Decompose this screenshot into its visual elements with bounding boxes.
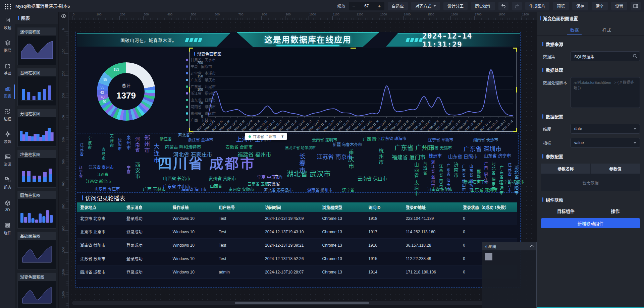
area-grad-thumb-icon bbox=[20, 284, 54, 307]
search-icon[interactable] bbox=[633, 54, 637, 58]
selection-corner[interactable] bbox=[513, 128, 517, 132]
undo-button[interactable] bbox=[498, 2, 508, 10]
svg-text:200: 200 bbox=[197, 61, 203, 65]
library-card-thumbnail[interactable] bbox=[17, 36, 56, 65]
accent-bar bbox=[194, 52, 195, 56]
toolbar-button-历史操作[interactable]: 历史操作 bbox=[471, 2, 495, 10]
table-header-cell: 访问ID bbox=[365, 202, 402, 212]
panel-toggle-icon[interactable] bbox=[631, 2, 641, 10]
ruler-corner bbox=[59, 12, 69, 20]
tooltip-value: 7 bbox=[281, 134, 283, 138]
library-card-title[interactable]: 基础面积图 bbox=[17, 232, 56, 240]
donut-total-value: 1379 bbox=[116, 90, 136, 101]
toolbar-button-生成图片[interactable]: 生成图片 bbox=[525, 2, 549, 10]
library-card-thumbnail[interactable] bbox=[17, 199, 56, 229]
redo-button[interactable] bbox=[512, 2, 522, 10]
minimap-header[interactable]: 小地图 bbox=[482, 242, 536, 250]
sidebar-item-收起[interactable]: 收起 bbox=[0, 12, 15, 35]
eye-icon[interactable] bbox=[61, 14, 66, 18]
library-card-title[interactable]: 圆角柱状图 bbox=[17, 191, 56, 199]
wordcloud-component[interactable]: 江苏省宁波市辽宁省江西省江苏省 泰州市江西省 新余市山东省 枣庄市天津市沈阳市青… bbox=[77, 133, 519, 193]
wordcloud-word: 湖南省 长沙市 bbox=[473, 138, 498, 142]
library-card-thumbnail[interactable] bbox=[17, 158, 56, 188]
sidebar-item-label: 装饰 bbox=[4, 139, 11, 144]
table-row: 湖南省 益阳市登录成功Windows 10Test2024-12-13T19:3… bbox=[77, 239, 517, 252]
inspector-header: 渐变色面积图设置 bbox=[537, 12, 644, 24]
library-card-title[interactable]: 迷你面积图 bbox=[17, 27, 56, 36]
toolbar-button-保存[interactable]: 保存 bbox=[572, 2, 588, 10]
app-grid-icon[interactable] bbox=[4, 3, 11, 9]
wordcloud-word: 河北省 秦皇岛市 bbox=[264, 188, 293, 192]
sidebar-item-3D[interactable]: 3D bbox=[0, 194, 15, 217]
library-title: 图表 bbox=[21, 15, 30, 21]
add-linkage-button[interactable]: 新增联动组件 bbox=[541, 218, 640, 228]
donut-slice-label: 95 bbox=[103, 78, 107, 81]
toolbar-button-预览[interactable]: 预览 bbox=[553, 2, 569, 10]
toolbar-button-设计分工[interactable]: 设计分工 bbox=[443, 2, 468, 10]
library-card-title[interactable]: 渐变色面积图 bbox=[17, 273, 56, 281]
sidebar-item-图层[interactable]: 图层 bbox=[0, 35, 15, 58]
dataset-input[interactable] bbox=[571, 51, 640, 61]
header-right-banner[interactable]: 2024-12-14 11:31:29 bbox=[386, 33, 520, 47]
sidebar-item-装饰[interactable]: 装饰 bbox=[0, 126, 15, 149]
selection-corner[interactable] bbox=[189, 48, 193, 52]
tab-data[interactable]: 数据 bbox=[570, 24, 579, 35]
library-card-title[interactable]: 堆叠柱状图 bbox=[17, 150, 56, 158]
table-cell: 2024-12-13T19:39:21 bbox=[262, 239, 319, 252]
zoom-out-button[interactable]: − bbox=[349, 3, 359, 9]
library-card-thumbnail[interactable] bbox=[17, 240, 56, 269]
wordcloud-word: 济南市 bbox=[453, 162, 458, 178]
zoom-value[interactable]: 67 bbox=[359, 4, 374, 8]
wordcloud-word: 天津市 bbox=[109, 134, 113, 148]
dimension-select[interactable]: date bbox=[571, 124, 640, 134]
sidebar-item-基础[interactable]: 基础 bbox=[0, 58, 15, 80]
library-card-title[interactable]: 基础柱状图 bbox=[17, 68, 56, 76]
title-underline bbox=[276, 45, 339, 46]
selection-edge-handle[interactable] bbox=[189, 87, 190, 93]
tab-style[interactable]: 样式 bbox=[602, 24, 611, 35]
table-header-cell: 登录地点 bbox=[77, 202, 123, 212]
legend-dot bbox=[186, 119, 188, 121]
area-chart-component[interactable]: 渐变色面积图 2001501005002024-11-012024-11-042… bbox=[189, 48, 517, 132]
sidebar-item-组件[interactable]: 组件 bbox=[0, 217, 15, 240]
border-icon bbox=[5, 108, 11, 114]
metric-select[interactable]: value bbox=[571, 138, 640, 148]
header-title-banner[interactable]: 这是用数据库在线应用 bbox=[232, 32, 384, 47]
header-left-banner[interactable]: 国破山河在，城春草木深。 bbox=[77, 33, 230, 47]
toolbar-buttons-left: 自适应对齐方式设计分工历史操作 bbox=[388, 2, 495, 10]
script-textarea[interactable] bbox=[571, 77, 640, 108]
library-card-thumbnail[interactable] bbox=[17, 76, 56, 106]
selection-edge-handle[interactable] bbox=[351, 48, 356, 49]
selection-corner[interactable] bbox=[189, 128, 193, 132]
table-cell: 114.252.113.160 bbox=[402, 225, 460, 238]
library-card-title[interactable]: 分组柱状图 bbox=[17, 109, 56, 117]
library-card-基础面积图: 基础面积图 bbox=[17, 232, 56, 269]
stage[interactable]: 国破山河在，城春草木深。 这是用数据库在线应用 2024-12-14 11:31… bbox=[69, 20, 537, 308]
sidebar-item-label: 基础 bbox=[4, 70, 11, 76]
library-card-thumbnail[interactable] bbox=[17, 117, 56, 147]
sidebar-item-组态[interactable]: 组态 bbox=[0, 172, 15, 194]
toolbar-button-清空[interactable]: 清空 bbox=[592, 2, 608, 10]
scrollbar-thumb[interactable] bbox=[235, 302, 369, 304]
wordcloud-word: 山西省 太原市 bbox=[414, 162, 419, 196]
topbar: Mysql数据库消费演示-副本6 缩放 − 67 + 自适应对齐方式设计分工历史… bbox=[0, 0, 644, 12]
toolbar-button-设置[interactable]: 设置 bbox=[611, 2, 627, 10]
sidebar-item-边框[interactable]: 边框 bbox=[0, 103, 15, 126]
toolbar-button-对齐方式[interactable]: 对齐方式 bbox=[411, 2, 440, 10]
table-cell: Chrome 13 bbox=[319, 252, 365, 265]
dashboard-page[interactable]: 国破山河在，城春草木深。 这是用数据库在线应用 2024-12-14 11:31… bbox=[75, 32, 521, 288]
sidebar-item-图表[interactable]: 图表 bbox=[0, 80, 15, 103]
deco-bars-icon bbox=[406, 38, 422, 42]
zoom-in-button[interactable]: + bbox=[374, 3, 384, 9]
wordcloud-word: 广西 玉林市 bbox=[143, 187, 166, 191]
selection-corner[interactable] bbox=[513, 48, 517, 52]
library-card-thumbnail[interactable] bbox=[17, 281, 56, 308]
sidebar-item-资源[interactable]: 资源 bbox=[0, 149, 15, 172]
bar-stack-thumb-icon bbox=[20, 161, 54, 185]
ruler-label: 1000 bbox=[309, 13, 316, 16]
ruler-label: 1800 bbox=[498, 13, 505, 16]
toolbar-button-自适应[interactable]: 自适应 bbox=[388, 2, 408, 10]
selection-edge-handle[interactable] bbox=[516, 87, 517, 93]
minimap-viewport[interactable] bbox=[485, 253, 492, 260]
carousel-table-component[interactable]: 登录地点提示消息操作系统用户账号访问时间浏览器类型访问ID登录IP地址登录状态（… bbox=[77, 202, 517, 279]
